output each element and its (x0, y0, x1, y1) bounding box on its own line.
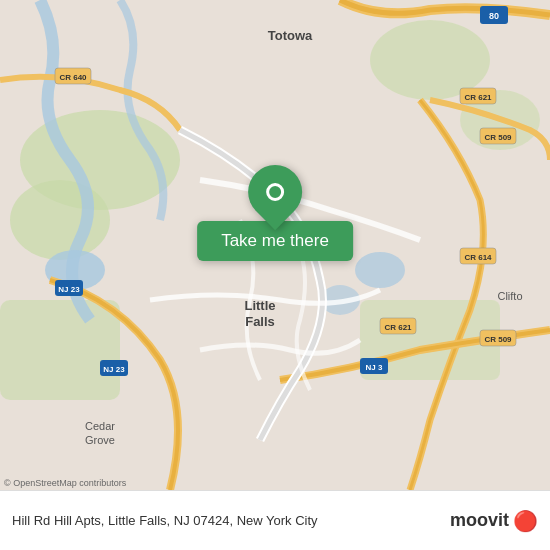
map-container: 80 CR 640 CR 621 CR 509 CR 509 CR 621 CR… (0, 0, 550, 490)
svg-text:NJ 23: NJ 23 (58, 285, 80, 294)
svg-text:© OpenStreetMap contributors: © OpenStreetMap contributors (4, 478, 127, 488)
map-pin-inner (266, 183, 284, 201)
svg-text:CR 509: CR 509 (484, 335, 512, 344)
svg-text:Clifto: Clifto (497, 290, 522, 302)
take-me-there-container: Take me there (197, 165, 353, 261)
svg-text:NJ 3: NJ 3 (366, 363, 383, 372)
bottom-bar: Hill Rd Hill Apts, Little Falls, NJ 0742… (0, 490, 550, 550)
svg-text:CR 621: CR 621 (464, 93, 492, 102)
svg-text:Little: Little (244, 298, 275, 313)
map-pin (237, 154, 313, 230)
svg-text:CR 509: CR 509 (484, 133, 512, 142)
moovit-dot-icon: 🔴 (513, 509, 538, 533)
svg-text:CR 614: CR 614 (464, 253, 492, 262)
svg-text:CR 640: CR 640 (59, 73, 87, 82)
svg-rect-3 (0, 300, 120, 400)
svg-point-2 (10, 180, 110, 260)
moovit-logo: moovit 🔴 (450, 509, 538, 533)
svg-text:Falls: Falls (245, 314, 275, 329)
svg-point-8 (355, 252, 405, 288)
address-text: Hill Rd Hill Apts, Little Falls, NJ 0742… (12, 513, 450, 528)
svg-text:CR 621: CR 621 (384, 323, 412, 332)
svg-text:Totowa: Totowa (268, 28, 313, 43)
svg-text:Cedar: Cedar (85, 420, 115, 432)
moovit-text: moovit (450, 510, 509, 531)
svg-text:Grove: Grove (85, 434, 115, 446)
svg-text:NJ 23: NJ 23 (103, 365, 125, 374)
svg-text:80: 80 (489, 11, 499, 21)
